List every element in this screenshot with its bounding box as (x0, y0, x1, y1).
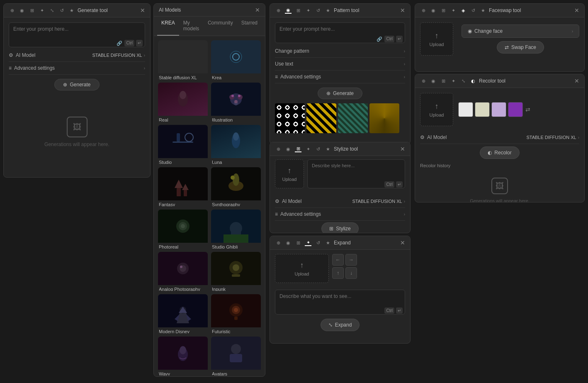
swatch-2[interactable] (475, 102, 490, 117)
change-pattern-row[interactable]: Change pattern › (275, 45, 405, 58)
recolor-icon2[interactable]: ◉ (430, 78, 437, 84)
grid-icon[interactable]: ⊞ (29, 7, 35, 14)
expand-left-btn[interactable]: ← (332, 254, 344, 266)
expand-icon6[interactable]: ★ (325, 239, 331, 246)
swatch-3[interactable] (491, 102, 506, 117)
generate-button[interactable]: ⊕ Generate (54, 79, 99, 90)
expand-icon3[interactable]: ⊞ (295, 239, 301, 246)
recolor-icon4[interactable]: ✦ (450, 78, 457, 84)
recolor-button[interactable]: ◐ Recolor (480, 146, 519, 159)
stylize-advanced-row[interactable]: ≡ Advanced settings › (275, 208, 405, 221)
expand-down-btn[interactable]: ↓ (345, 267, 357, 279)
pattern-advanced-row[interactable]: ≡ Advanced settings › (275, 71, 405, 83)
expand-close-btn[interactable]: ✕ (400, 240, 405, 246)
models-close-btn[interactable]: ✕ (255, 7, 260, 13)
recolor-icon5[interactable]: ⤡ (460, 78, 467, 84)
swap-face-button[interactable]: ⇄ Swap Face (497, 41, 544, 54)
model-card-photoreal[interactable]: Photoreal (158, 210, 208, 249)
ai-model-row[interactable]: ⚙ AI Model STABLE DIFFUSION XL › (9, 49, 145, 62)
generate-close-btn[interactable]: ✕ (140, 7, 145, 13)
faceswap-icon4[interactable]: ✦ (450, 7, 457, 14)
pattern-attach-icon[interactable]: 🔗 (376, 36, 383, 42)
recolor-icon1[interactable]: ⊕ (420, 78, 427, 84)
expand-up-btn[interactable]: ↑ (332, 267, 344, 279)
model-card-ghibli[interactable]: Studio Ghibli (211, 210, 261, 249)
model-card-luna[interactable]: Luna (211, 125, 261, 164)
model-card-avatars[interactable]: Avatars (211, 337, 261, 376)
pattern-thumb-2[interactable] (306, 103, 336, 133)
stylize-icon3[interactable]: ⊞ (295, 146, 301, 152)
pattern-thumb-4[interactable] (369, 103, 399, 133)
stylize-icon6[interactable]: ★ (325, 146, 331, 152)
expand-icon1[interactable]: ⊕ (275, 239, 282, 246)
pattern-icon3[interactable]: ⊞ (295, 7, 301, 14)
faceswap-icon6[interactable]: ↺ (470, 7, 476, 14)
pattern-thumb-1[interactable] (275, 103, 305, 133)
model-card-inpunk[interactable]: Inpunk (211, 252, 261, 291)
stylize-icon1[interactable]: ⊕ (275, 146, 282, 152)
recolor-ai-model-row[interactable]: ⚙ AI Model STABLE DIFFUSION XL › (420, 131, 579, 144)
recolor-shuffle-icon[interactable]: ⇄ (525, 106, 531, 113)
model-card-analog[interactable]: Analog Photography (158, 252, 208, 291)
model-card-wavy[interactable]: Wavy (158, 337, 208, 376)
model-card-real[interactable]: Real (158, 83, 208, 122)
faceswap-icon2[interactable]: ◉ (430, 7, 437, 14)
model-card-studio[interactable]: Studio (158, 125, 208, 164)
pattern-icon6[interactable]: ★ (325, 7, 331, 14)
stylize-ai-model-row[interactable]: ⚙ AI Model STABLE DIFFUSION XL › (275, 195, 405, 208)
pattern-icon4[interactable]: ✦ (305, 7, 311, 14)
attach-icon[interactable]: 🔗 (116, 40, 123, 46)
expand-icon2[interactable]: ◉ (285, 239, 292, 246)
recolor-upload-area[interactable]: ↑ Upload (420, 93, 453, 126)
model-card-krea[interactable]: Krea (211, 40, 261, 79)
change-face-btn[interactable]: ◉ Change face › (462, 24, 579, 38)
model-card-futuristic[interactable]: Futuristic (211, 294, 261, 333)
pattern-thumb-3[interactable] (338, 103, 368, 133)
faceswap-icon1[interactable]: ⊕ (420, 7, 427, 14)
tab-my-models[interactable]: My models (179, 17, 204, 36)
swatch-4[interactable] (508, 102, 523, 117)
tab-krea[interactable]: KREA (157, 17, 179, 36)
stylize-upload-area[interactable]: ↑ Upload (275, 159, 304, 188)
pattern-icon1[interactable]: ⊕ (275, 7, 282, 14)
model-card-disney[interactable]: Modern Disney (158, 294, 208, 333)
faceswap-icon5[interactable]: ◈ (460, 7, 467, 14)
faceswap-icon3[interactable]: ⊞ (440, 7, 447, 14)
refresh-icon[interactable]: ↺ (58, 7, 65, 14)
stylize-icon2[interactable]: ◉ (285, 146, 292, 152)
expand-button[interactable]: ⤡ Expand (321, 319, 360, 331)
pattern-icon2[interactable]: ◉ (285, 7, 292, 14)
star-icon[interactable]: ★ (68, 7, 75, 14)
stylize-icon4[interactable]: ✦ (305, 146, 311, 152)
faceswap-icon7[interactable]: ★ (480, 7, 486, 14)
face-icon-h[interactable]: ◉ (19, 7, 25, 14)
model-card-illustration[interactable]: Illustration (211, 83, 261, 122)
model-card-synthography[interactable]: Synthography (211, 167, 261, 206)
swatch-1[interactable] (458, 102, 473, 117)
pattern-generate-button[interactable]: ⊕ Generate (318, 88, 362, 99)
expand-upload-area[interactable]: ↑ Upload (275, 254, 329, 283)
tab-starred[interactable]: Starred (237, 17, 262, 36)
pattern-close-btn[interactable]: ✕ (400, 7, 405, 13)
expand-icon4[interactable]: ✦ (305, 239, 311, 246)
move-icon[interactable]: ✦ (39, 7, 45, 14)
model-card-sdxl[interactable]: Stable diffusion XL (158, 40, 208, 79)
expand-icon5[interactable]: ↺ (315, 239, 321, 246)
recolor-close-btn[interactable]: ✕ (574, 78, 579, 84)
stylize-button[interactable]: ⊞ Stylize (321, 222, 358, 233)
use-text-row[interactable]: Use text › (275, 58, 405, 71)
expand-right-btn[interactable]: → (345, 254, 357, 266)
generate-icon[interactable]: ⊕ (9, 7, 15, 14)
recolor-icon6[interactable]: ◐ (470, 78, 476, 84)
arrow-icon[interactable]: ⤡ (49, 7, 55, 14)
pattern-icon5[interactable]: ↺ (315, 7, 321, 14)
recolor-icon3[interactable]: ⊞ (440, 78, 447, 84)
tab-community[interactable]: Community (204, 17, 237, 36)
stylize-icon5[interactable]: ↺ (315, 146, 321, 152)
advanced-settings-row[interactable]: ≡ Advanced settings › (9, 62, 145, 75)
faceswap-upload-area[interactable]: ↑ Upload (420, 22, 453, 56)
faceswap-close-btn[interactable]: ✕ (574, 7, 579, 13)
stylize-ai-model-label: ⚙ AI Model (275, 198, 301, 204)
stylize-close-btn[interactable]: ✕ (400, 146, 405, 152)
model-card-fantasy[interactable]: Fantasy (158, 167, 208, 206)
